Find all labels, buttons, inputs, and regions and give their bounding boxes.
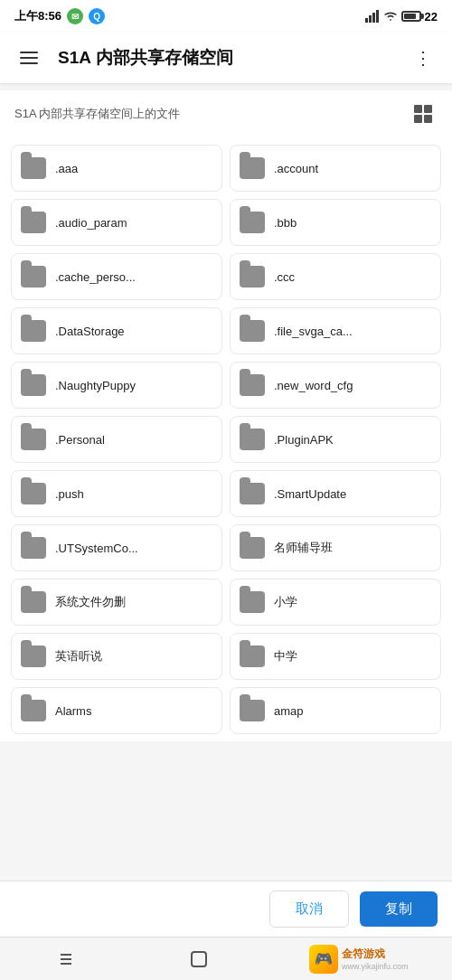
brand-url: www.yikajinfu.com bbox=[342, 962, 409, 971]
folder-icon bbox=[240, 266, 265, 287]
list-item[interactable]: .PluginAPK bbox=[230, 416, 441, 463]
list-item[interactable]: .bbb bbox=[230, 199, 441, 246]
home-icon bbox=[189, 949, 209, 969]
folder-icon bbox=[21, 700, 46, 721]
signal-icon bbox=[365, 10, 380, 23]
file-name: Alarms bbox=[55, 704, 212, 718]
folder-icon bbox=[240, 374, 265, 396]
file-name: .ccc bbox=[274, 270, 431, 284]
file-name: .SmartUpdate bbox=[274, 487, 431, 501]
status-bar: 上午8:56 ✉ Q 22 bbox=[0, 0, 452, 33]
folder-icon bbox=[21, 320, 46, 342]
list-item[interactable]: .push bbox=[11, 470, 222, 517]
file-name: .push bbox=[55, 487, 212, 501]
folder-icon bbox=[21, 157, 46, 179]
list-item[interactable]: .SmartUpdate bbox=[230, 470, 441, 517]
file-name: 名师辅导班 bbox=[274, 540, 431, 556]
brand-text: 金符游戏 www.yikajinfu.com bbox=[342, 947, 409, 971]
folder-icon bbox=[21, 212, 46, 233]
menu-button[interactable] bbox=[14, 43, 43, 72]
more-options-button[interactable]: ⋮ bbox=[409, 43, 438, 72]
folder-icon bbox=[21, 537, 46, 559]
list-item[interactable]: .file_svga_ca... bbox=[230, 307, 441, 354]
list-item[interactable]: 小学 bbox=[230, 579, 441, 626]
svg-rect-3 bbox=[376, 10, 379, 23]
brand-name: 金符游戏 bbox=[342, 947, 409, 962]
nav-back-button[interactable] bbox=[43, 941, 89, 977]
copy-button[interactable]: 复制 bbox=[360, 891, 438, 927]
file-name: 小学 bbox=[274, 594, 431, 610]
hamburger-icon bbox=[20, 52, 38, 64]
folder-icon bbox=[21, 591, 46, 613]
list-item[interactable]: .NaughtyPuppy bbox=[11, 362, 222, 409]
list-item[interactable]: 名师辅导班 bbox=[230, 524, 441, 571]
svg-rect-0 bbox=[365, 18, 368, 23]
file-name: 英语听说 bbox=[55, 648, 212, 664]
list-item[interactable]: .aaa bbox=[11, 145, 222, 192]
view-toggle-button[interactable] bbox=[409, 99, 438, 128]
file-name: .audio_param bbox=[55, 216, 212, 230]
file-name: .file_svga_ca... bbox=[274, 325, 431, 338]
folder-icon bbox=[21, 266, 46, 287]
file-name: amap bbox=[274, 704, 431, 718]
list-item[interactable]: 中学 bbox=[230, 633, 441, 680]
wifi-icon bbox=[383, 11, 398, 22]
list-item[interactable]: .audio_param bbox=[11, 199, 222, 246]
battery-level: 22 bbox=[425, 10, 438, 24]
status-time: 上午8:56 bbox=[14, 8, 61, 24]
file-name: 系统文件勿删 bbox=[55, 594, 212, 610]
svg-rect-1 bbox=[369, 15, 372, 23]
svg-rect-2 bbox=[372, 13, 375, 23]
qq-icon: Q bbox=[89, 8, 105, 24]
folder-icon bbox=[240, 483, 265, 504]
list-item[interactable]: .Personal bbox=[11, 416, 222, 463]
folder-icon bbox=[240, 591, 265, 613]
more-icon: ⋮ bbox=[414, 49, 433, 67]
brand-icon: 🎮 bbox=[309, 945, 338, 974]
svg-rect-7 bbox=[192, 952, 206, 966]
list-item[interactable]: 英语听说 bbox=[11, 633, 222, 680]
battery-icon bbox=[401, 11, 421, 22]
file-name: .account bbox=[274, 162, 431, 175]
folder-icon bbox=[21, 645, 46, 667]
folder-icon bbox=[240, 157, 265, 179]
list-item[interactable]: .DataStorage bbox=[11, 307, 222, 354]
page-title: S1A 内部共享存储空间 bbox=[58, 46, 394, 70]
folder-icon bbox=[240, 320, 265, 342]
app-bar: S1A 内部共享存储空间 ⋮ bbox=[0, 33, 452, 83]
message-icon: ✉ bbox=[67, 8, 83, 24]
sub-header: S1A 内部共享存储空间上的文件 bbox=[0, 90, 452, 137]
file-name: .UTSystemCo... bbox=[55, 542, 212, 555]
folder-icon bbox=[21, 429, 46, 450]
list-item[interactable]: 系统文件勿删 bbox=[11, 579, 222, 626]
bottom-action-bar: 取消 复制 bbox=[0, 881, 452, 937]
bottom-nav: 🎮 金符游戏 www.yikajinfu.com bbox=[0, 937, 452, 980]
list-item[interactable]: .cache_perso... bbox=[11, 253, 222, 300]
file-name: .new_word_cfg bbox=[274, 379, 431, 392]
cancel-button[interactable]: 取消 bbox=[269, 890, 349, 928]
folder-icon bbox=[240, 537, 265, 559]
list-item[interactable]: amap bbox=[230, 687, 441, 734]
file-name: 中学 bbox=[274, 648, 431, 664]
file-grid: .aaa .account .audio_param .bbb .cache_p… bbox=[0, 137, 452, 741]
file-name: .bbb bbox=[274, 216, 431, 230]
folder-icon bbox=[240, 700, 265, 721]
list-item[interactable]: .new_word_cfg bbox=[230, 362, 441, 409]
folder-icon bbox=[21, 483, 46, 504]
file-name: .PluginAPK bbox=[274, 433, 431, 447]
list-item[interactable]: .account bbox=[230, 145, 441, 192]
list-item[interactable]: Alarms bbox=[11, 687, 222, 734]
file-name: .cache_perso... bbox=[55, 270, 212, 284]
file-name: .aaa bbox=[55, 162, 212, 175]
file-name: .Personal bbox=[55, 433, 212, 447]
back-icon bbox=[57, 950, 75, 968]
brand-area: 🎮 金符游戏 www.yikajinfu.com bbox=[309, 945, 409, 974]
file-name: .NaughtyPuppy bbox=[55, 379, 212, 392]
folder-icon bbox=[240, 429, 265, 450]
file-name: .DataStorage bbox=[55, 325, 212, 338]
nav-home-button[interactable] bbox=[176, 941, 221, 977]
list-item[interactable]: .UTSystemCo... bbox=[11, 524, 222, 571]
list-view-icon bbox=[414, 105, 432, 123]
path-label: S1A 内部共享存储空间上的文件 bbox=[14, 106, 180, 122]
list-item[interactable]: .ccc bbox=[230, 253, 441, 300]
